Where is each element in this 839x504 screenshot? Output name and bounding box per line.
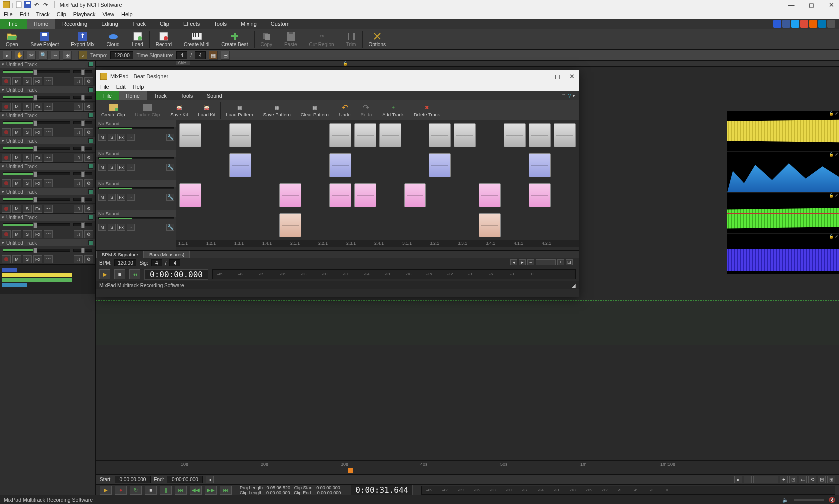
ribbon-tab-clip[interactable]: Clip [153, 19, 176, 29]
dtab-tools[interactable]: Tools [174, 91, 200, 100]
ribbon-tab-track[interactable]: Track [125, 19, 153, 29]
volume-slider[interactable] [3, 223, 70, 226]
dtab-file[interactable]: File [96, 91, 119, 100]
beat-cell[interactable] [554, 123, 576, 147]
forward-button[interactable]: ▶▶ [205, 486, 217, 495]
bd-zoom-slider[interactable] [536, 259, 556, 265]
bd-mute[interactable]: M [98, 194, 106, 201]
bd-auto[interactable]: 〰 [127, 224, 135, 231]
menu-playback[interactable]: Playback [73, 11, 96, 17]
track-header[interactable]: ▾Untitled Track M S Fx 〰 ⎍ ⚙ [0, 61, 95, 86]
bd-resize-grip[interactable]: ◢ [572, 283, 576, 288]
eq-button[interactable]: ⎍ [74, 255, 83, 263]
beat-cell[interactable] [504, 123, 526, 147]
pan-slider[interactable] [73, 198, 92, 201]
eq-button[interactable]: ⎍ [74, 205, 83, 213]
beat-cell[interactable] [229, 123, 251, 147]
automation-button[interactable]: 〰 [44, 154, 53, 162]
ribbon-tab-effects[interactable]: Effects [176, 19, 207, 29]
undo-button[interactable]: ↶Undo [334, 100, 356, 120]
ribbon-tab-home[interactable]: Home [27, 19, 55, 29]
beat-track-header[interactable]: No Sound MSFx〰🔧 [96, 210, 176, 240]
beat-cell[interactable] [229, 153, 251, 177]
googleplus-icon[interactable] [800, 20, 808, 28]
settings-button[interactable]: ⚙ [84, 205, 93, 213]
track-header[interactable]: ▾Untitled Track M S Fx 〰 ⎍ ⚙ [0, 214, 95, 239]
solo-button[interactable]: S [23, 179, 32, 187]
fx-button[interactable]: Fx [33, 154, 42, 162]
pan-slider[interactable] [73, 121, 92, 124]
maximize-button[interactable]: ◻ [806, 1, 816, 9]
bd-mute[interactable]: M [98, 224, 106, 231]
undo-icon[interactable]: ↶ [33, 1, 40, 8]
bd-scroll-right[interactable]: ▸ [519, 259, 526, 265]
eq-button[interactable]: ⎍ [74, 154, 83, 162]
ribbon-tab-recording[interactable]: Recording [55, 19, 94, 29]
fx-button[interactable]: Fx [33, 255, 42, 263]
zoom-out-h[interactable]: – [744, 476, 752, 483]
bd-solo[interactable]: S [108, 164, 116, 171]
bd-wrench[interactable]: 🔧 [166, 164, 174, 171]
dialog-maximize[interactable]: ◻ [555, 73, 560, 80]
solo-button[interactable]: S [23, 128, 32, 136]
seconds-ruler[interactable]: 10s20s30s40s50s1m1m:10s [96, 460, 839, 473]
view-beats[interactable]: ▦ [209, 51, 218, 60]
timesig-num[interactable]: 4 [176, 51, 187, 59]
track-header[interactable]: ▾Untitled Track M S Fx 〰 ⎍ ⚙ [0, 137, 95, 163]
stumble-icon[interactable] [809, 20, 817, 28]
dmenu-help[interactable]: Help [133, 84, 144, 90]
stop-button[interactable]: ■ [145, 486, 157, 495]
export-mix-button[interactable]: Export Mix [65, 29, 100, 49]
beat-cell[interactable] [279, 213, 301, 237]
settings-button[interactable]: ⚙ [84, 128, 93, 136]
clip-region[interactable] [96, 300, 839, 345]
volume-slider[interactable] [3, 121, 70, 124]
bd-wrench[interactable]: 🔧 [166, 194, 174, 201]
track-header[interactable]: ▾Untitled Track M S Fx 〰 ⎍ ⚙ [0, 188, 95, 214]
record-button[interactable]: Record [150, 29, 178, 49]
playhead-orange[interactable] [351, 300, 351, 380]
arm-record-button[interactable] [2, 77, 11, 85]
settings-button[interactable]: ⚙ [84, 77, 93, 85]
bd-rewind[interactable]: ⏮ [129, 269, 140, 279]
zoom-slider-h[interactable] [753, 476, 778, 483]
bd-mute[interactable]: M [98, 134, 106, 141]
trim-button[interactable]: Trim [340, 29, 362, 49]
solo-button[interactable]: S [23, 255, 32, 263]
beat-cell[interactable] [454, 123, 476, 147]
sig-den[interactable]: 4 [169, 259, 180, 266]
waveform-1[interactable]: 🔒 ⤢ [727, 111, 839, 152]
arm-record-button[interactable] [2, 179, 11, 187]
view-mixer[interactable]: ⊟ [221, 51, 230, 60]
redo-button[interactable]: ↷Redo [355, 100, 377, 120]
sig-num[interactable]: 4 [151, 259, 162, 266]
timeline-ruler[interactable]: AhHi 🔒 [96, 61, 839, 67]
mute-button[interactable]: M [12, 205, 21, 213]
save-project-button[interactable]: Save Project [24, 29, 65, 49]
beat-track-header[interactable]: No Sound MSFx〰🔧 [96, 180, 176, 210]
beat-cell[interactable] [329, 123, 351, 147]
mute-icon[interactable]: 🔇 [829, 497, 835, 503]
beat-grid[interactable]: 1.1.11.2.11.3.11.4.12.1.12.2.12.3.12.4.1… [176, 120, 579, 250]
beat-cell[interactable] [329, 183, 351, 207]
fx-button[interactable]: Fx [33, 103, 42, 111]
automation-button[interactable]: 〰 [44, 230, 53, 238]
twitter-icon[interactable] [791, 20, 799, 28]
paste-button[interactable]: Paste [278, 29, 303, 49]
settings-button[interactable]: ⚙ [84, 230, 93, 238]
beat-track-header[interactable]: No Sound MSFx〰🔧 [96, 120, 176, 150]
skip-end-button[interactable]: ⏭ [220, 486, 232, 495]
update-clip-button[interactable]: Update Clip [130, 100, 165, 120]
save-kit-button[interactable]: 🥁Save Kit [165, 100, 193, 120]
beat-cell[interactable] [379, 123, 401, 147]
dialog-minimize[interactable]: — [539, 73, 546, 80]
pan-slider[interactable] [73, 172, 92, 175]
waveform-4[interactable]: 🔒 ⤢ [727, 234, 839, 274]
bd-auto[interactable]: 〰 [127, 134, 135, 141]
start-value[interactable]: 0:00:00.000 [115, 476, 151, 483]
settings-button[interactable]: ⚙ [84, 103, 93, 111]
pan-slider[interactable] [73, 249, 92, 252]
facebook-icon[interactable] [782, 20, 790, 28]
dtab-home[interactable]: Home [119, 91, 147, 100]
ribbon-tab-mixing[interactable]: Mixing [234, 19, 264, 29]
